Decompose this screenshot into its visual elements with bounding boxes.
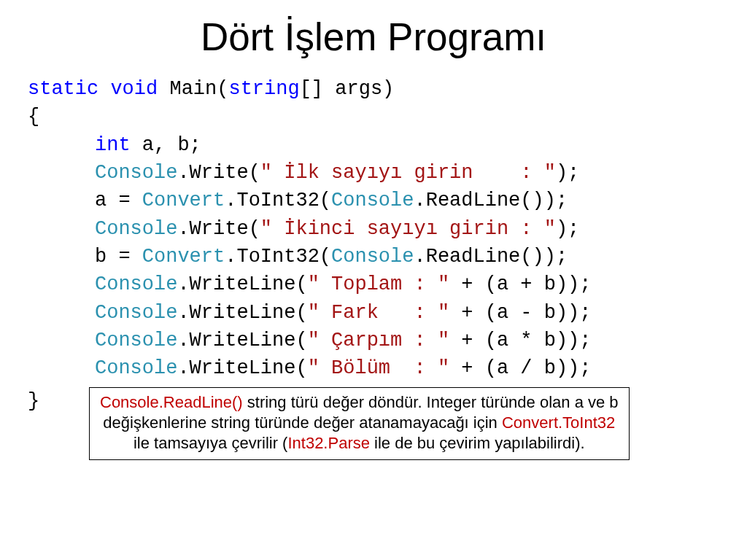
assign-a: a = — [95, 190, 142, 211]
keyword-int: int — [95, 134, 131, 156]
slide-title: Dört İşlem Programı — [22, 15, 725, 59]
line-end: + (a + b)); — [449, 273, 591, 295]
class-console: Console — [95, 218, 177, 240]
assign-b: b = — [95, 246, 142, 268]
class-convert: Convert — [142, 190, 225, 211]
class-console: Console — [331, 190, 414, 211]
class-console: Console — [331, 246, 414, 268]
method-writeline: .WriteLine( — [177, 330, 307, 351]
note-readline: Console.ReadLine() — [100, 393, 243, 411]
quote: " — [308, 302, 320, 324]
class-console: Console — [95, 302, 177, 324]
string-literal: İlk sayıyı girin : — [272, 162, 544, 184]
note-text: ile de bu çevirim yapılabilirdi). — [370, 434, 585, 452]
method-readline: .ReadLine()); — [414, 190, 568, 211]
line-end: + (a / b)); — [449, 357, 591, 379]
line-end: + (a * b)); — [449, 330, 591, 351]
method-writeline: .WriteLine( — [177, 357, 307, 379]
line-end: ); — [556, 162, 579, 184]
line-end: + (a - b)); — [449, 302, 591, 324]
quote: " — [308, 330, 320, 351]
code-block: static void Main(string[] args) { int a,… — [22, 75, 725, 383]
quote: " — [308, 357, 320, 379]
method-writeline: .WriteLine( — [177, 302, 307, 324]
method-write: .Write( — [177, 218, 260, 240]
class-console: Console — [95, 162, 177, 184]
brace-open: { — [28, 106, 39, 128]
quote: " — [308, 273, 320, 295]
quote: " — [438, 273, 449, 295]
note-text: ile tamsayıya çevrilir ( — [133, 434, 287, 452]
type-string: string — [228, 78, 299, 100]
method-main: Main( — [158, 78, 228, 100]
string-literal: İkinci sayıyı girin : — [272, 218, 544, 240]
note-int32parse: Int32.Parse — [287, 434, 370, 452]
quote: " — [438, 330, 449, 351]
method-toint32: .ToInt32( — [225, 246, 331, 268]
quote: " — [438, 357, 449, 379]
keyword-static: static — [28, 78, 98, 100]
quote: " — [438, 302, 449, 324]
note-convert: Convert.ToInt32 — [502, 413, 615, 432]
note-box: Console.ReadLine() string türü değer dön… — [89, 387, 630, 460]
string-literal: Toplam : — [320, 273, 438, 295]
quote: " — [544, 162, 556, 184]
method-writeline: .WriteLine( — [177, 273, 307, 295]
method-toint32: .ToInt32( — [225, 190, 331, 211]
class-convert: Convert — [142, 246, 225, 268]
line-end: ); — [556, 218, 579, 240]
method-readline: .ReadLine()); — [414, 246, 568, 268]
class-console: Console — [95, 273, 177, 295]
class-console: Console — [95, 330, 177, 351]
keyword-void: void — [110, 78, 158, 100]
quote: " — [544, 218, 556, 240]
vars-decl: a, b; — [131, 134, 201, 156]
string-literal: Çarpım : — [320, 330, 438, 351]
params-rest: [] args) — [300, 78, 395, 100]
quote: " — [260, 162, 272, 184]
brace-close: } — [22, 383, 55, 412]
class-console: Console — [95, 357, 177, 379]
quote: " — [260, 218, 272, 240]
method-write: .Write( — [177, 162, 260, 184]
bottom-row: } Console.ReadLine() string türü değer d… — [22, 383, 725, 460]
slide-container: Dört İşlem Programı static void Main(str… — [0, 0, 747, 560]
string-literal: Fark : — [320, 302, 438, 324]
note-text: string türü değer döndür. Integer türünd… — [243, 393, 619, 411]
string-literal: Bölüm : — [320, 357, 438, 379]
note-text: değişkenlerine string türünde değer atan… — [103, 413, 502, 432]
